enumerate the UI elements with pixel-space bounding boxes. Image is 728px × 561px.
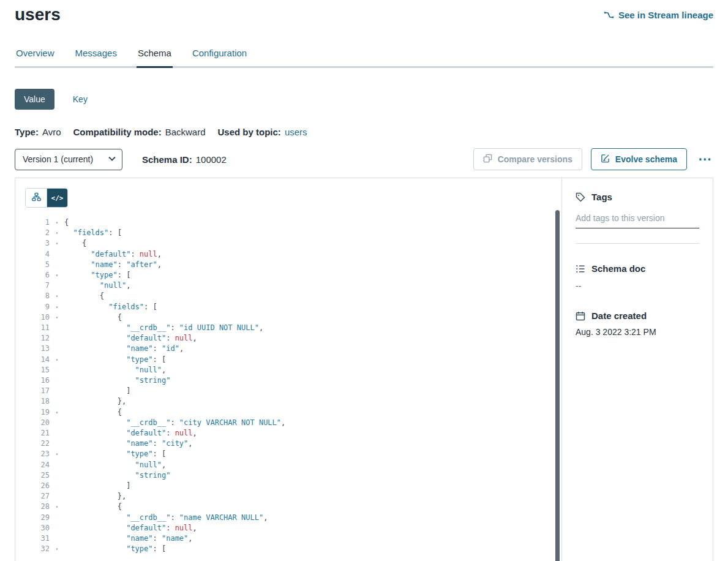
code-text: "name": "city", (64, 439, 561, 449)
code-text: "name": "after", (64, 260, 561, 270)
fold-spacer (50, 344, 64, 354)
code-text: "__crdb__": "city VARCHAR NOT NULL", (64, 418, 561, 428)
fold-toggle-icon[interactable]: ▾ (50, 407, 64, 418)
fold-toggle-icon[interactable]: ▾ (50, 291, 64, 301)
code-text: { (64, 312, 561, 323)
code-line: 28▾ { (25, 502, 561, 512)
line-number: 14 (25, 355, 50, 365)
fold-toggle-icon[interactable]: ▾ (50, 238, 64, 249)
code-line: 20 "__crdb__": "city VARCHAR NOT NULL", (25, 418, 561, 428)
date-created-section: Date created Aug. 3 2022 3:21 PM (576, 311, 699, 337)
line-number: 18 (25, 396, 50, 407)
code-view-button[interactable]: </> (47, 189, 67, 207)
code-line: 12 "default": null, (25, 333, 561, 344)
fold-toggle-icon[interactable]: ▾ (50, 302, 64, 312)
version-select[interactable]: Version 1 (current) (15, 149, 122, 170)
code-text: "type": [ (64, 449, 561, 459)
code-text: "string" (64, 375, 561, 386)
version-select-value: Version 1 (current) (23, 154, 93, 164)
compare-versions-button[interactable]: Compare versions (473, 148, 582, 170)
code-line: 13 "name": "id", (25, 344, 561, 354)
key-toggle-button[interactable]: Key (69, 94, 91, 105)
page-title: users (15, 5, 61, 24)
topic-link[interactable]: users (285, 127, 307, 137)
code-text: "type": [ (64, 270, 561, 280)
line-number: 15 (25, 365, 50, 375)
code-text: { (64, 291, 561, 301)
code-text: "__crdb__": "id UUID NOT NULL", (64, 323, 561, 333)
tab-overview[interactable]: Overview (15, 44, 56, 66)
fold-toggle-icon[interactable]: ▾ (50, 228, 64, 238)
fold-toggle-icon[interactable]: ▾ (50, 217, 64, 228)
vertical-scrollbar[interactable] (555, 210, 560, 561)
fold-spacer (50, 375, 64, 386)
fold-spacer (50, 386, 64, 396)
tree-view-button[interactable] (26, 189, 47, 207)
fold-spacer (50, 491, 64, 502)
line-number: 5 (25, 260, 50, 270)
code-text: }, (64, 491, 561, 502)
fold-spacer (50, 460, 64, 470)
code-line: 6▾ "type": [ (25, 270, 561, 280)
fold-spacer (50, 396, 64, 407)
code-text: { (64, 407, 561, 418)
fold-spacer (50, 333, 64, 344)
code-line: 3▾ { (25, 238, 561, 249)
sidebar-divider (576, 243, 699, 244)
add-tags-input[interactable] (576, 209, 699, 228)
fold-toggle-icon[interactable]: ▾ (50, 312, 64, 323)
code-line: 32▾ "type": [ (25, 544, 561, 554)
schema-controls-row: Version 1 (current) Schema ID: 100002 Co… (15, 148, 713, 170)
code-text: "default": null, (64, 523, 561, 533)
line-number: 25 (25, 470, 50, 481)
evolve-schema-button[interactable]: Evolve schema (591, 148, 687, 170)
fold-toggle-icon[interactable]: ▾ (50, 449, 64, 459)
editor-view-toggle: </> (25, 188, 68, 208)
tab-configuration[interactable]: Configuration (191, 44, 248, 66)
fold-spacer (50, 249, 64, 260)
code-editor: 1▾{2▾ "fields": [3▾ {4 "default": null,5… (25, 217, 561, 555)
stream-lineage-link[interactable]: See in Stream lineage (604, 10, 713, 20)
tab-messages[interactable]: Messages (74, 44, 118, 66)
evolve-schema-label: Evolve schema (615, 154, 677, 164)
fold-toggle-icon[interactable]: ▾ (50, 355, 64, 365)
code-line: 25 "string" (25, 470, 561, 481)
fold-spacer (50, 280, 64, 291)
code-text: "name": "name", (64, 533, 561, 544)
line-number: 7 (25, 280, 50, 291)
fold-spacer (50, 523, 64, 533)
fold-spacer (50, 260, 64, 270)
fold-toggle-icon[interactable]: ▾ (50, 502, 64, 512)
code-line: 5 "name": "after", (25, 260, 561, 270)
meta-topic: Used by topic:users (218, 127, 307, 137)
fold-spacer (50, 513, 64, 523)
code-line: 31 "name": "name", (25, 533, 561, 544)
fold-toggle-icon[interactable]: ▾ (50, 544, 64, 554)
tab-bar: Overview Messages Schema Configuration (15, 44, 713, 68)
version-sidebar: Tags Schema doc (562, 178, 713, 561)
schema-doc-icon (576, 264, 585, 274)
more-options-button[interactable]: ⋯ (697, 152, 713, 166)
value-toggle-button[interactable]: Value (15, 89, 54, 110)
compare-versions-icon (483, 154, 492, 165)
code-line: 4 "default": null, (25, 249, 561, 260)
schema-id-value: 100002 (196, 154, 227, 165)
code-text: "fields": [ (64, 302, 561, 312)
code-line: 10▾ { (25, 312, 561, 323)
fold-toggle-icon[interactable]: ▾ (50, 270, 64, 280)
line-number: 6 (25, 270, 50, 280)
line-number: 23 (25, 449, 50, 459)
code-line: 11 "__crdb__": "id UUID NOT NULL", (25, 323, 561, 333)
line-number: 13 (25, 344, 50, 354)
fold-spacer (50, 365, 64, 375)
code-line: 1▾{ (25, 217, 561, 228)
code-text: "null", (64, 460, 561, 470)
line-number: 32 (25, 544, 50, 554)
schema-id-label: Schema ID: (142, 154, 192, 165)
line-number: 27 (25, 491, 50, 502)
line-number: 17 (25, 386, 50, 396)
line-number: 11 (25, 323, 50, 333)
schema-meta-row: Type:Avro Compatibility mode:Backward Us… (15, 127, 713, 137)
tab-schema[interactable]: Schema (137, 44, 173, 66)
code-line: 2▾ "fields": [ (25, 228, 561, 238)
